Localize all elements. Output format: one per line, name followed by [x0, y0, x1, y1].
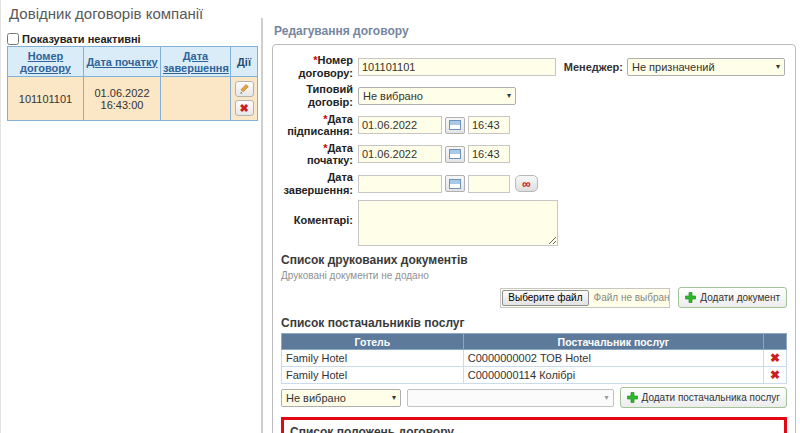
chevron-down-icon: ▾: [507, 91, 511, 100]
chevron-down-icon: ▾: [605, 393, 609, 402]
show-inactive-label: Показувати неактивні: [22, 33, 141, 45]
delete-icon: ✖: [239, 103, 248, 114]
suppliers-table: Готель Постачальник послуг Family Hotel …: [281, 333, 787, 384]
plus-icon: [685, 292, 696, 303]
end-date-input[interactable]: [358, 175, 442, 193]
start-date-label: Дата початку:: [281, 142, 353, 167]
chevron-down-icon: ▾: [776, 62, 780, 71]
add-document-button[interactable]: Додати документ: [678, 287, 787, 308]
contracts-list-panel: Довідник договорів компанії Показувати н…: [0, 0, 258, 433]
contract-editor-panel: Редагування договору Номер договору: Мен…: [272, 24, 796, 433]
manager-label: Менеджер:: [564, 61, 623, 73]
sort-number-link[interactable]: Номер договору: [20, 50, 71, 74]
sort-start-date-link[interactable]: Дата початку: [86, 56, 157, 68]
supplier-hotel-cell: Family Hotel: [282, 350, 464, 367]
supplier-row: Family Hotel C0000000002 ТОВ Hotel ✖: [282, 350, 787, 367]
editor-form-box: Номер договору: Менеджер: Не призначений…: [272, 44, 796, 433]
edit-contract-button[interactable]: [235, 81, 254, 97]
add-supplier-label: Додати постачальника послуг: [642, 392, 780, 403]
end-date-label: Дата завершення:: [281, 171, 353, 196]
delete-contract-button[interactable]: ✖: [235, 100, 254, 116]
chevron-down-icon: ▾: [392, 393, 396, 402]
add-supplier-button[interactable]: Додати постачальника послуг: [620, 387, 787, 408]
contract-row[interactable]: 101101101 01.06.2022 16:43:00 ✖: [8, 77, 258, 121]
plus-icon: [627, 392, 638, 403]
number-label: Номер договору:: [281, 54, 353, 79]
manager-select[interactable]: Не призначений ▾: [627, 58, 785, 76]
end-time-input[interactable]: [468, 175, 510, 193]
end-date-calendar-button[interactable]: [445, 175, 465, 192]
provisions-section-title: Список положень договору: [290, 425, 778, 433]
panel-splitter[interactable]: [261, 18, 263, 433]
template-label: Типовий договір:: [281, 83, 353, 108]
supplier-select[interactable]: ▾: [407, 389, 614, 407]
manager-select-value: Не призначений: [632, 61, 715, 73]
template-select[interactable]: Не вибрано ▾: [358, 87, 516, 105]
contract-end-cell[interactable]: [161, 77, 231, 121]
sign-date-input[interactable]: [358, 116, 442, 134]
show-inactive-row: Показувати неактивні: [7, 33, 256, 45]
documents-empty-text: Друковані документи не додано: [281, 270, 787, 281]
supplier-name-cell: C0000000002 ТОВ Hotel: [463, 350, 763, 367]
supplier-name-cell: C0000000114 Колібрі: [463, 367, 763, 384]
sign-date-calendar-button[interactable]: [445, 117, 465, 134]
comments-label: Коментарі:: [281, 214, 353, 227]
calendar-icon: [449, 120, 461, 130]
hotel-select[interactable]: Не вибрано ▾: [281, 389, 401, 407]
show-inactive-checkbox[interactable]: [7, 33, 19, 45]
template-select-value: Не вибрано: [363, 90, 423, 102]
actions-header: Дії: [237, 56, 251, 68]
remove-supplier-button[interactable]: ✖: [770, 368, 780, 382]
supplier-row: Family Hotel C0000000114 Колібрі ✖: [282, 367, 787, 384]
contracts-table: Номер договору Дата початку Дата заверше…: [7, 46, 258, 121]
provisions-highlighted-section: Список положень договору 01.06.2022 16:4…: [281, 417, 787, 433]
suppliers-section-title: Список постачальників послуг: [281, 316, 787, 330]
page-title: Довідник договорів компанії: [9, 5, 256, 22]
calendar-icon: [449, 179, 461, 189]
suppliers-table-header: Готель Постачальник послуг: [282, 334, 787, 350]
hotel-select-value: Не вибрано: [286, 392, 346, 404]
file-not-chosen-text: Файл не выбран: [590, 292, 670, 303]
sign-time-input[interactable]: [468, 116, 510, 134]
sign-date-label: Дата підписання:: [281, 113, 353, 138]
contract-number-cell[interactable]: 101101101: [8, 77, 84, 121]
remove-supplier-button[interactable]: ✖: [770, 351, 780, 365]
file-input[interactable]: Выберите файл Файл не выбран: [500, 288, 670, 308]
pencil-icon: [239, 84, 250, 95]
hotel-column-header: Готель: [282, 334, 464, 350]
contract-number-input[interactable]: [358, 58, 556, 76]
choose-file-button[interactable]: Выберите файл: [502, 290, 588, 306]
sort-end-date-link[interactable]: Дата завершення: [163, 50, 229, 74]
set-infinity-button[interactable]: ∞: [515, 175, 538, 192]
contracts-table-header: Номер договору Дата початку Дата заверше…: [8, 47, 258, 77]
infinity-icon: ∞: [522, 178, 531, 190]
documents-section-title: Список друкованих документів: [281, 253, 787, 267]
start-date-calendar-button[interactable]: [445, 146, 465, 163]
calendar-icon: [449, 149, 461, 159]
supplier-hotel-cell: Family Hotel: [282, 367, 464, 384]
supplier-column-header: Постачальник послуг: [463, 334, 763, 350]
start-time-input[interactable]: [468, 145, 510, 163]
contract-start-cell[interactable]: 01.06.2022 16:43:00: [84, 77, 161, 121]
comments-textarea[interactable]: [358, 200, 558, 246]
editor-title: Редагування договору: [274, 24, 796, 38]
add-document-label: Додати документ: [700, 292, 780, 303]
start-date-input[interactable]: [358, 145, 442, 163]
